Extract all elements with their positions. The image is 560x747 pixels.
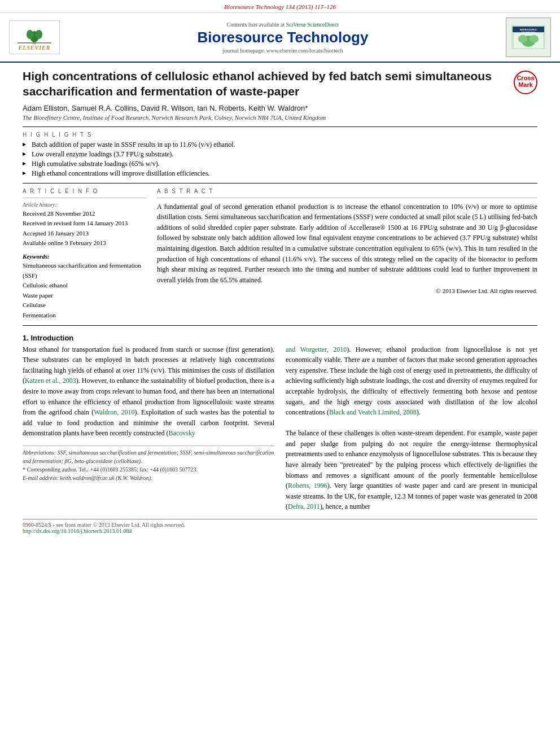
highlight-item: High cumulative substrate loadings (65% … (23, 159, 537, 169)
sciverse-line: Contents lists available at SciVerse Sci… (67, 21, 499, 28)
intro-col-left: Most ethanol for transportation fuel is … (23, 344, 274, 513)
introduction-section: 1. Introduction Most ethanol for transpo… (23, 334, 537, 513)
intro-heading: 1. Introduction (23, 334, 537, 342)
intro-col-right: and Worgetter, 2010). However, ethanol p… (286, 344, 537, 513)
footer-issn: 0960-8524/$ - see front matter © 2013 El… (23, 522, 537, 528)
elsevier-tree-icon (18, 24, 51, 45)
divider-highlights (23, 183, 537, 184)
accepted-date: Accepted 16 January 2013 (23, 229, 147, 239)
article-dates: Received 28 November 2012 Received in re… (23, 209, 147, 248)
abstract-text: A fundamental goal of second generation … (157, 202, 537, 286)
article-info-label: A R T I C L E I N F O (23, 188, 147, 194)
affiliation: The Biorefinery Centre, Institute of Foo… (23, 114, 537, 121)
article-title: High concentrations of cellulosic ethano… (23, 68, 508, 99)
crossmark-badge: Cross Mark (514, 71, 537, 94)
svg-rect-4 (18, 42, 51, 43)
footnote-abbreviations: Abbreviations: SSF, simultaneous sacchar… (23, 448, 274, 465)
intro-text-right: and Worgetter, 2010). However, ethanol p… (286, 344, 537, 513)
highlight-item: High ethanol concentrations will improve… (23, 169, 537, 178)
journal-thumbnail: BIORESOURCE TECHNOLOGY (506, 18, 551, 57)
article-title-section: High concentrations of cellulosic ethano… (23, 68, 537, 99)
keywords-section: Keywords: Simultaneous saccharification … (23, 253, 147, 321)
highlights-list: Batch addition of paper waste in SSSF re… (23, 140, 537, 178)
ref-bacovsky[interactable]: Bacovsky (169, 429, 195, 437)
abstract-label: A B S T R A C T (157, 188, 537, 194)
svg-text:Mark: Mark (518, 81, 533, 88)
article-info-col: A R T I C L E I N F O Article history: R… (23, 188, 147, 321)
journal-homepage: journal homepage: www.elsevier.com/locat… (67, 47, 499, 54)
page-footer: 0960-8524/$ - see front matter © 2013 El… (23, 519, 537, 534)
svg-point-11 (518, 35, 527, 43)
divider-abstract (157, 198, 537, 198)
footnotes: Abbreviations: SSF, simultaneous sacchar… (23, 445, 274, 482)
footer-doi[interactable]: http://dx.doi.org/10.1016/j.biortech.201… (23, 528, 537, 534)
svg-text:Cross: Cross (517, 75, 534, 81)
svg-point-2 (27, 30, 33, 39)
divider-info (23, 198, 147, 198)
journal-citation: Bioresource Technology 134 (2013) 117–12… (0, 0, 560, 13)
ref-black[interactable]: Black and Veatch Limited, 2008 (329, 408, 417, 416)
svg-text:BIORESOURCE: BIORESOURCE (520, 28, 537, 31)
highlight-item: Low overall enzyme loadings (3.7 FPU/g s… (23, 150, 537, 159)
svg-point-12 (530, 35, 539, 43)
revised-date: Received in revised form 14 January 2013 (23, 219, 147, 229)
ref-defra[interactable]: Defra, 2011 (288, 503, 320, 510)
received-date: Received 28 November 2012 (23, 209, 147, 219)
main-content: High concentrations of cellulosic ethano… (0, 63, 560, 545)
available-date: Available online 9 February 2013 (23, 238, 147, 248)
intro-body: Most ethanol for transportation fuel is … (23, 344, 537, 513)
svg-point-3 (36, 30, 42, 39)
sciverse-link[interactable]: SciVerse ScienceDirect (286, 21, 339, 28)
intro-text-left: Most ethanol for transportation fuel is … (23, 344, 274, 439)
ref-waldron[interactable]: Waldron, 2010 (94, 408, 134, 416)
authors: Adam Elliston, Samuel R.A. Collins, Davi… (23, 104, 537, 112)
banner-center: Contents lists available at SciVerse Sci… (67, 21, 499, 54)
section-number: 1. (23, 334, 29, 342)
ref-roberts[interactable]: Roberts, 1996 (288, 482, 327, 490)
elsevier-brand-text: ELSEVIER (19, 45, 51, 51)
divider-body (23, 325, 537, 326)
journal-title: Bioresource Technology (67, 29, 499, 46)
highlight-item: Batch addition of paper waste in SSSF re… (23, 140, 537, 150)
keywords-list: Simultaneous saccharification and fermen… (23, 261, 147, 321)
journal-cover-image: BIORESOURCE TECHNOLOGY (511, 25, 545, 49)
keyword-item: Cellulosic ethanol (23, 281, 147, 291)
keywords-label: Keywords: (23, 253, 147, 260)
highlights-section: H I G H L I G H T S Batch addition of pa… (23, 132, 537, 178)
journal-citation-text: Bioresource Technology 134 (2013) 117–12… (224, 3, 336, 10)
footnote-corresponding: * Corresponding author. Tel.: +44 (0)160… (23, 465, 274, 474)
keyword-item: Cellulase (23, 300, 147, 311)
article-info-abstract: A R T I C L E I N F O Article history: R… (23, 188, 537, 321)
ref-worgetter[interactable]: and Worgetter, 2010 (286, 346, 347, 353)
divider-top (23, 126, 537, 127)
section-title: Introduction (30, 334, 73, 342)
authors-text: Adam Elliston, Samuel R.A. Collins, Davi… (23, 104, 308, 112)
journal-banner: ELSEVIER Contents lists available at Sci… (0, 13, 560, 63)
ref-katzen[interactable]: Katzen et al., 2003 (25, 377, 76, 385)
keyword-item: Waste paper (23, 291, 147, 301)
highlights-label: H I G H L I G H T S (23, 132, 537, 138)
abstract-copyright: © 2013 Elsevier Ltd. All rights reserved… (157, 287, 537, 294)
sciverse-prefix: Contents lists available at (227, 21, 286, 28)
keyword-item: Simultaneous saccharification and fermen… (23, 261, 147, 281)
footnote-email: E-mail address: keith.waldron@ifr.ac.uk … (23, 474, 274, 482)
abstract-col: A B S T R A C T A fundamental goal of se… (157, 188, 537, 321)
keyword-item: Fermentation (23, 311, 147, 321)
elsevier-logo: ELSEVIER (9, 20, 60, 54)
history-label: Article history: (23, 202, 147, 208)
